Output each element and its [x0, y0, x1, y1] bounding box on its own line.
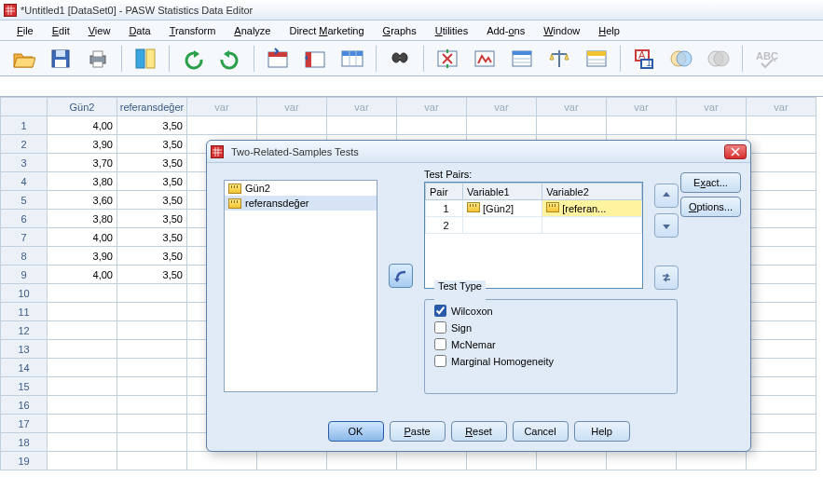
- cell[interactable]: 3,90: [48, 247, 117, 266]
- cell[interactable]: [257, 116, 327, 135]
- column-header[interactable]: var: [537, 98, 607, 116]
- column-header[interactable]: var: [257, 98, 327, 116]
- cell[interactable]: [117, 340, 187, 359]
- cell[interactable]: [747, 303, 816, 321]
- split-file-icon[interactable]: [433, 45, 461, 73]
- use-sets-icon[interactable]: [667, 45, 695, 73]
- find-icon[interactable]: [386, 45, 414, 73]
- column-header[interactable]: var: [747, 98, 816, 116]
- row-number[interactable]: 6: [1, 210, 48, 228]
- column-header[interactable]: var: [677, 98, 747, 116]
- column-header[interactable]: var: [327, 98, 397, 116]
- menu-view[interactable]: View: [79, 22, 120, 39]
- wilcoxon-input[interactable]: [434, 305, 446, 317]
- cell[interactable]: [747, 396, 816, 415]
- cell[interactable]: [677, 452, 747, 470]
- spellcheck-icon[interactable]: ABÇ: [752, 45, 780, 73]
- cell[interactable]: [747, 377, 816, 396]
- swap-button[interactable]: [654, 266, 679, 290]
- cell[interactable]: [117, 396, 187, 415]
- variable2-cell[interactable]: [542, 217, 642, 234]
- cell[interactable]: 3,50: [117, 191, 187, 210]
- marginal-input[interactable]: [434, 355, 446, 367]
- paste-button[interactable]: Paste: [390, 421, 446, 442]
- row-number[interactable]: 3: [1, 154, 48, 172]
- dialog-titlebar[interactable]: Two-Related-Samples Tests: [207, 141, 750, 163]
- move-right-button[interactable]: [389, 264, 413, 288]
- help-button[interactable]: Help: [574, 421, 630, 442]
- row-number[interactable]: 18: [1, 433, 48, 452]
- marginal-homogeneity-checkbox[interactable]: Marginal Homogeneity: [434, 355, 667, 367]
- cell[interactable]: 3,90: [48, 135, 117, 154]
- cell[interactable]: [48, 340, 117, 359]
- cell[interactable]: 4,00: [48, 266, 117, 284]
- cell[interactable]: 3,60: [48, 191, 117, 210]
- list-item[interactable]: Gün2: [225, 181, 377, 196]
- cell[interactable]: [48, 377, 117, 396]
- sign-input[interactable]: [434, 321, 446, 334]
- cell[interactable]: [397, 452, 467, 470]
- test-pairs-table[interactable]: Pair Variable1 Variable2 1 [Gün2] [refer…: [424, 182, 643, 289]
- balance-icon[interactable]: [545, 45, 573, 73]
- value-labels-icon[interactable]: [583, 45, 610, 73]
- cell[interactable]: [117, 377, 187, 396]
- column-header[interactable]: var: [397, 98, 467, 116]
- row-number[interactable]: 4: [1, 172, 48, 191]
- cell[interactable]: [747, 191, 816, 210]
- column-header[interactable]: var: [187, 98, 257, 116]
- cell[interactable]: [117, 433, 187, 452]
- cell[interactable]: [327, 452, 397, 470]
- column-header[interactable]: var: [607, 98, 677, 116]
- cell[interactable]: [607, 452, 677, 470]
- cell[interactable]: [117, 415, 187, 433]
- cell[interactable]: [537, 116, 607, 135]
- row-number[interactable]: 5: [1, 191, 48, 210]
- variable1-cell[interactable]: [Gün2]: [463, 200, 542, 217]
- menu-addons[interactable]: Add-ons: [477, 22, 534, 39]
- cell[interactable]: [607, 116, 677, 135]
- cell[interactable]: [747, 340, 816, 359]
- cell[interactable]: [48, 321, 117, 340]
- row-number[interactable]: 17: [1, 415, 48, 433]
- row-number[interactable]: 7: [1, 228, 48, 247]
- cell[interactable]: [117, 303, 187, 321]
- variable2-cell[interactable]: [referan...: [542, 200, 642, 217]
- corner-cell[interactable]: [1, 98, 48, 116]
- table-row[interactable]: 14,003,50: [1, 116, 816, 135]
- menu-file[interactable]: File: [7, 22, 43, 39]
- cell[interactable]: [747, 116, 816, 135]
- cell[interactable]: [747, 433, 816, 452]
- reset-button[interactable]: Reset: [451, 421, 507, 442]
- redo-icon[interactable]: [216, 45, 244, 73]
- table-row[interactable]: 2: [426, 217, 642, 234]
- cell[interactable]: 3,50: [117, 266, 187, 284]
- variable1-cell[interactable]: [463, 217, 542, 234]
- cell[interactable]: [48, 433, 117, 452]
- cell[interactable]: [747, 452, 816, 470]
- cell[interactable]: [747, 154, 816, 172]
- table-row[interactable]: 19: [1, 452, 816, 470]
- cell[interactable]: [117, 284, 187, 303]
- undo-icon[interactable]: [179, 45, 207, 73]
- cell[interactable]: [747, 247, 816, 266]
- row-number[interactable]: 8: [1, 247, 48, 266]
- cell[interactable]: [48, 359, 117, 377]
- cell[interactable]: [117, 452, 187, 470]
- row-number[interactable]: 15: [1, 377, 48, 396]
- cell[interactable]: 3,80: [48, 210, 117, 228]
- cell[interactable]: 3,50: [117, 210, 187, 228]
- cell[interactable]: [187, 452, 257, 470]
- row-number[interactable]: 12: [1, 321, 48, 340]
- variables-icon[interactable]: [338, 45, 366, 73]
- cell[interactable]: [48, 396, 117, 415]
- wilcoxon-checkbox[interactable]: Wilcoxon: [434, 305, 667, 317]
- cell[interactable]: [117, 321, 187, 340]
- cell[interactable]: [747, 321, 816, 340]
- cell[interactable]: 3,50: [117, 247, 187, 266]
- cell[interactable]: 4,00: [48, 116, 117, 135]
- cell[interactable]: 3,80: [48, 172, 117, 191]
- menu-direct-marketing[interactable]: Direct Marketing: [280, 22, 373, 39]
- row-number[interactable]: 11: [1, 303, 48, 321]
- cancel-button[interactable]: Cancel: [513, 421, 569, 442]
- menu-graphs[interactable]: Graphs: [374, 22, 426, 39]
